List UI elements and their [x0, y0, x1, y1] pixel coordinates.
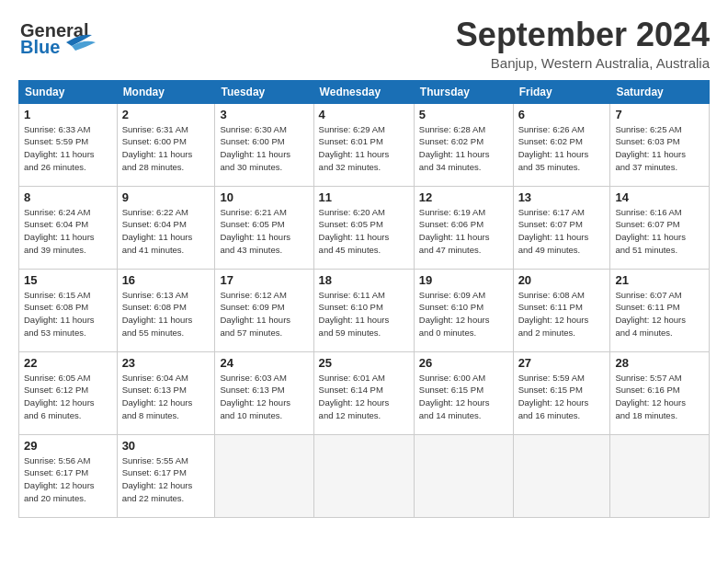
day-number: 5: [419, 108, 508, 121]
empty-cell: [215, 434, 313, 517]
day-number: 11: [319, 190, 409, 204]
day-number: 9: [122, 190, 210, 204]
day-number: 21: [615, 273, 704, 287]
day-number: 23: [122, 356, 210, 370]
month-title: September 2024: [456, 17, 710, 53]
day-number: 8: [24, 190, 112, 204]
day-cell-16: 16Sunrise: 6:13 AM Sunset: 6:08 PM Dayli…: [117, 269, 215, 351]
day-info: Sunrise: 6:30 AM Sunset: 6:00 PM Dayligh…: [220, 123, 308, 174]
empty-cell: [610, 434, 710, 517]
day-info: Sunrise: 6:21 AM Sunset: 6:05 PM Dayligh…: [220, 206, 308, 257]
day-cell-30: 30Sunrise: 5:55 AM Sunset: 6:17 PM Dayli…: [117, 434, 215, 517]
day-info: Sunrise: 6:07 AM Sunset: 6:11 PM Dayligh…: [615, 289, 704, 339]
day-info: Sunrise: 5:59 AM Sunset: 6:15 PM Dayligh…: [518, 372, 606, 422]
day-number: 17: [220, 273, 308, 287]
day-cell-3: 3Sunrise: 6:30 AM Sunset: 6:00 PM Daylig…: [215, 103, 313, 186]
day-number: 30: [122, 439, 210, 453]
day-cell-15: 15Sunrise: 6:15 AM Sunset: 6:08 PM Dayli…: [19, 269, 118, 351]
day-info: Sunrise: 6:19 AM Sunset: 6:06 PM Dayligh…: [419, 206, 508, 257]
day-number: 25: [319, 356, 409, 370]
day-number: 22: [24, 356, 112, 370]
day-number: 12: [419, 190, 508, 204]
day-cell-25: 25Sunrise: 6:01 AM Sunset: 6:14 PM Dayli…: [313, 351, 414, 434]
day-cell-27: 27Sunrise: 5:59 AM Sunset: 6:15 PM Dayli…: [513, 351, 610, 434]
day-header-sunday: Sunday: [19, 80, 118, 103]
day-number: 27: [518, 356, 606, 370]
day-info: Sunrise: 6:04 AM Sunset: 6:13 PM Dayligh…: [122, 372, 210, 422]
day-cell-2: 2Sunrise: 6:31 AM Sunset: 6:00 PM Daylig…: [117, 103, 215, 186]
day-number: 28: [615, 356, 704, 370]
day-info: Sunrise: 6:09 AM Sunset: 6:10 PM Dayligh…: [419, 289, 508, 339]
day-cell-10: 10Sunrise: 6:21 AM Sunset: 6:05 PM Dayli…: [215, 186, 313, 269]
day-info: Sunrise: 6:26 AM Sunset: 6:02 PM Dayligh…: [518, 123, 606, 174]
day-cell-14: 14Sunrise: 6:16 AM Sunset: 6:07 PM Dayli…: [610, 186, 710, 269]
day-info: Sunrise: 6:28 AM Sunset: 6:02 PM Dayligh…: [419, 123, 508, 174]
day-number: 13: [518, 190, 606, 204]
day-info: Sunrise: 6:11 AM Sunset: 6:10 PM Dayligh…: [319, 289, 409, 339]
calendar-table: SundayMondayTuesdayWednesdayThursdayFrid…: [18, 80, 710, 518]
day-cell-8: 8Sunrise: 6:24 AM Sunset: 6:04 PM Daylig…: [19, 186, 118, 269]
day-cell-23: 23Sunrise: 6:04 AM Sunset: 6:13 PM Dayli…: [117, 351, 215, 434]
day-cell-19: 19Sunrise: 6:09 AM Sunset: 6:10 PM Dayli…: [414, 269, 513, 351]
location: Banjup, Western Australia, Australia: [456, 55, 710, 71]
day-cell-11: 11Sunrise: 6:20 AM Sunset: 6:05 PM Dayli…: [313, 186, 414, 269]
day-info: Sunrise: 6:01 AM Sunset: 6:14 PM Dayligh…: [319, 372, 409, 422]
day-cell-17: 17Sunrise: 6:12 AM Sunset: 6:09 PM Dayli…: [215, 269, 313, 351]
day-number: 15: [24, 273, 112, 287]
empty-cell: [513, 434, 610, 517]
day-info: Sunrise: 6:24 AM Sunset: 6:04 PM Dayligh…: [24, 206, 112, 257]
day-info: Sunrise: 6:05 AM Sunset: 6:12 PM Dayligh…: [24, 372, 112, 422]
day-cell-28: 28Sunrise: 5:57 AM Sunset: 6:16 PM Dayli…: [610, 351, 710, 434]
day-info: Sunrise: 6:12 AM Sunset: 6:09 PM Dayligh…: [220, 289, 308, 339]
day-number: 14: [615, 190, 704, 204]
day-cell-24: 24Sunrise: 6:03 AM Sunset: 6:13 PM Dayli…: [215, 351, 313, 434]
day-cell-18: 18Sunrise: 6:11 AM Sunset: 6:10 PM Dayli…: [313, 269, 414, 351]
day-info: Sunrise: 6:20 AM Sunset: 6:05 PM Dayligh…: [319, 206, 409, 257]
empty-cell: [313, 434, 414, 517]
day-cell-4: 4Sunrise: 6:29 AM Sunset: 6:01 PM Daylig…: [313, 103, 414, 186]
day-number: 10: [220, 190, 308, 204]
logo: General Blue: [18, 17, 101, 57]
day-cell-22: 22Sunrise: 6:05 AM Sunset: 6:12 PM Dayli…: [19, 351, 118, 434]
day-header-tuesday: Tuesday: [215, 80, 313, 103]
empty-cell: [414, 434, 513, 517]
day-cell-1: 1Sunrise: 6:33 AM Sunset: 5:59 PM Daylig…: [19, 103, 118, 186]
day-info: Sunrise: 5:55 AM Sunset: 6:17 PM Dayligh…: [122, 454, 210, 505]
calendar-week-row-3: 22Sunrise: 6:05 AM Sunset: 6:12 PM Dayli…: [19, 351, 710, 434]
calendar-week-row-0: 1Sunrise: 6:33 AM Sunset: 5:59 PM Daylig…: [19, 103, 710, 186]
day-number: 24: [220, 356, 308, 370]
day-info: Sunrise: 6:16 AM Sunset: 6:07 PM Dayligh…: [615, 206, 704, 257]
day-cell-29: 29Sunrise: 5:56 AM Sunset: 6:17 PM Dayli…: [19, 434, 118, 517]
day-info: Sunrise: 6:00 AM Sunset: 6:15 PM Dayligh…: [419, 372, 508, 422]
day-info: Sunrise: 6:15 AM Sunset: 6:08 PM Dayligh…: [24, 289, 112, 339]
day-info: Sunrise: 6:25 AM Sunset: 6:03 PM Dayligh…: [615, 123, 704, 174]
day-cell-7: 7Sunrise: 6:25 AM Sunset: 6:03 PM Daylig…: [610, 103, 710, 186]
day-info: Sunrise: 6:31 AM Sunset: 6:00 PM Dayligh…: [122, 123, 210, 174]
day-info: Sunrise: 6:22 AM Sunset: 6:04 PM Dayligh…: [122, 206, 210, 257]
calendar-week-row-4: 29Sunrise: 5:56 AM Sunset: 6:17 PM Dayli…: [19, 434, 710, 517]
day-number: 29: [24, 439, 112, 453]
day-cell-12: 12Sunrise: 6:19 AM Sunset: 6:06 PM Dayli…: [414, 186, 513, 269]
day-cell-26: 26Sunrise: 6:00 AM Sunset: 6:15 PM Dayli…: [414, 351, 513, 434]
day-cell-20: 20Sunrise: 6:08 AM Sunset: 6:11 PM Dayli…: [513, 269, 610, 351]
day-info: Sunrise: 6:13 AM Sunset: 6:08 PM Dayligh…: [122, 289, 210, 339]
day-number: 18: [319, 273, 409, 287]
day-number: 4: [319, 108, 409, 121]
day-cell-6: 6Sunrise: 6:26 AM Sunset: 6:02 PM Daylig…: [513, 103, 610, 186]
day-number: 2: [122, 108, 210, 121]
day-info: Sunrise: 6:17 AM Sunset: 6:07 PM Dayligh…: [518, 206, 606, 257]
day-info: Sunrise: 5:56 AM Sunset: 6:17 PM Dayligh…: [24, 454, 112, 505]
day-number: 26: [419, 356, 508, 370]
calendar-week-row-2: 15Sunrise: 6:15 AM Sunset: 6:08 PM Dayli…: [19, 269, 710, 351]
day-number: 3: [220, 108, 308, 121]
day-cell-13: 13Sunrise: 6:17 AM Sunset: 6:07 PM Dayli…: [513, 186, 610, 269]
day-info: Sunrise: 6:33 AM Sunset: 5:59 PM Dayligh…: [24, 123, 112, 174]
day-cell-9: 9Sunrise: 6:22 AM Sunset: 6:04 PM Daylig…: [117, 186, 215, 269]
day-number: 16: [122, 273, 210, 287]
day-number: 6: [518, 108, 606, 121]
logo-svg: General Blue: [18, 17, 101, 57]
day-info: Sunrise: 5:57 AM Sunset: 6:16 PM Dayligh…: [615, 372, 704, 422]
day-header-monday: Monday: [117, 80, 215, 103]
title-area: September 2024 Banjup, Western Australia…: [456, 17, 710, 71]
day-number: 20: [518, 273, 606, 287]
